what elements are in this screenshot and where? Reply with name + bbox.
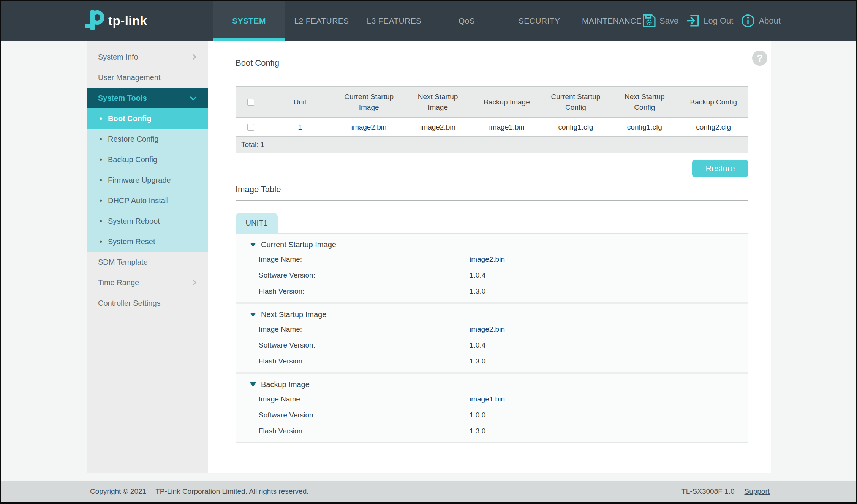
page-title: Boot Config	[236, 41, 748, 68]
section-current-startup-image: Current Startup Image Image Name: image2…	[236, 234, 748, 302]
cell-backup-image: image1.bin	[472, 118, 541, 136]
footer-copyright: Copyright © 2021	[90, 487, 146, 496]
column-header-next-startup-config: Next Startup Config	[610, 87, 679, 117]
collapse-triangle-icon	[250, 313, 256, 317]
section-header[interactable]: Next Startup Image	[236, 308, 748, 321]
nav-tab-l3-features[interactable]: L3 FEATURES	[358, 1, 430, 41]
select-all-checkbox[interactable]	[247, 99, 254, 106]
cell-next-startup-config: config1.cfg	[610, 118, 679, 136]
sidebar-item-time-range[interactable]: Time Range	[87, 272, 208, 293]
cell-next-startup-image: image2.bin	[403, 118, 472, 136]
restore-button[interactable]: Restore	[692, 160, 748, 177]
collapse-triangle-icon	[250, 243, 256, 247]
section-next-startup-image: Next Startup Image Image Name: image2.bi…	[236, 302, 748, 372]
table-row: 1 image2.bin image2.bin image1.bin confi…	[236, 118, 748, 137]
sidebar-item-restore-config[interactable]: Restore Config	[87, 129, 208, 149]
logout-icon	[686, 14, 700, 28]
tab-unit1[interactable]: UNIT1	[236, 213, 278, 233]
image-table-divider	[236, 200, 748, 201]
kv-row: Software Version: 1.0.4	[236, 267, 748, 283]
footer: Copyright © 2021 TP-Link Corporation Lim…	[1, 481, 856, 502]
cell-unit: 1	[266, 118, 334, 136]
section-header[interactable]: Backup Image	[236, 378, 748, 391]
column-header-backup-image: Backup Image	[472, 87, 541, 117]
table-total: Total: 1	[236, 137, 748, 153]
cell-backup-config: config2.cfg	[679, 118, 748, 136]
cell-current-startup-image: image2.bin	[334, 118, 403, 136]
nav-actions: Save Log Out About	[642, 1, 781, 41]
kv-row: Image Name: image2.bin	[236, 321, 748, 337]
image-table-title: Image Table	[236, 185, 748, 194]
column-header-next-startup-image: Next Startup Image	[403, 87, 472, 117]
main-content: ? Boot Config Unit Current Startup Image…	[208, 41, 771, 473]
top-nav: tp-link SYSTEM L2 FEATURES L3 FEATURES Q…	[1, 1, 856, 41]
save-button[interactable]: Save	[642, 14, 678, 28]
column-header-current-startup-config: Current Startup Config	[541, 87, 610, 117]
kv-row: Flash Version: 1.3.0	[236, 353, 748, 369]
app-window: tp-link SYSTEM L2 FEATURES L3 FEATURES Q…	[0, 0, 857, 504]
sidebar: System Info User Management System Tools…	[87, 41, 208, 473]
support-link[interactable]: Support	[744, 487, 770, 496]
nav-tab-maintenance[interactable]: MAINTENANCE	[576, 1, 648, 41]
sidebar-item-controller-settings[interactable]: Controller Settings	[87, 293, 208, 313]
about-icon	[741, 14, 755, 28]
sidebar-item-system-reboot[interactable]: System Reboot	[87, 211, 208, 231]
kv-row: Software Version: 1.0.4	[236, 337, 748, 353]
nav-tab-system[interactable]: SYSTEM	[213, 1, 285, 41]
nav-tab-l2-features[interactable]: L2 FEATURES	[285, 1, 358, 41]
nav-tab-qos[interactable]: QoS	[430, 1, 503, 41]
nav-tab-security[interactable]: SECURITY	[503, 1, 576, 41]
footer-model: TL-SX3008F 1.0	[681, 487, 734, 496]
section-backup-image: Backup Image Image Name: image1.bin Soft…	[236, 372, 748, 442]
table-actions: Restore	[236, 160, 748, 177]
brand-name: tp-link	[108, 14, 147, 28]
sidebar-item-sdm-template[interactable]: SDM Template	[87, 252, 208, 272]
kv-row: Image Name: image1.bin	[236, 391, 748, 407]
sidebar-item-firmware-upgrade[interactable]: Firmware Upgrade	[87, 170, 208, 190]
section-header[interactable]: Current Startup Image	[236, 238, 748, 251]
column-header-unit: Unit	[266, 87, 334, 117]
tp-link-logo-icon	[85, 9, 105, 32]
kv-row: Software Version: 1.0.0	[236, 407, 748, 423]
boot-config-table: Unit Current Startup Image Next Startup …	[236, 86, 748, 153]
sidebar-item-user-management[interactable]: User Management	[87, 67, 208, 88]
sidebar-item-boot-config[interactable]: Boot Config	[87, 108, 208, 129]
column-header-current-startup-image: Current Startup Image	[334, 87, 403, 117]
chevron-right-icon	[190, 53, 198, 61]
column-header-backup-config: Backup Config	[679, 87, 748, 117]
collapse-triangle-icon	[250, 382, 256, 387]
sidebar-item-dhcp-auto-install[interactable]: DHCP Auto Install	[87, 190, 208, 211]
brand-logo: tp-link	[85, 1, 147, 41]
sidebar-item-system-info[interactable]: System Info	[87, 47, 208, 67]
cell-current-startup-config: config1.cfg	[541, 118, 610, 136]
save-icon	[642, 14, 656, 28]
footer-company: TP-Link Corporation Limited. All rights …	[155, 487, 308, 496]
chevron-down-icon	[189, 94, 198, 102]
nav-tabs: SYSTEM L2 FEATURES L3 FEATURES QoS SECUR…	[213, 1, 648, 41]
help-button[interactable]: ?	[752, 51, 767, 66]
image-table-panel: Current Startup Image Image Name: image2…	[236, 233, 748, 443]
logout-button[interactable]: Log Out	[686, 14, 733, 28]
about-button[interactable]: About	[741, 14, 781, 28]
unit-tab-row: UNIT1	[236, 213, 748, 233]
kv-row: Image Name: image2.bin	[236, 251, 748, 267]
table-header-row: Unit Current Startup Image Next Startup …	[236, 87, 748, 118]
row-checkbox[interactable]	[247, 124, 254, 131]
sidebar-item-system-reset[interactable]: System Reset	[87, 231, 208, 252]
title-divider	[236, 74, 748, 74]
chevron-right-icon	[190, 279, 198, 286]
kv-row: Flash Version: 1.3.0	[236, 423, 748, 439]
sidebar-item-backup-config[interactable]: Backup Config	[87, 149, 208, 170]
kv-row: Flash Version: 1.3.0	[236, 283, 748, 299]
sidebar-item-system-tools[interactable]: System Tools	[87, 88, 208, 108]
